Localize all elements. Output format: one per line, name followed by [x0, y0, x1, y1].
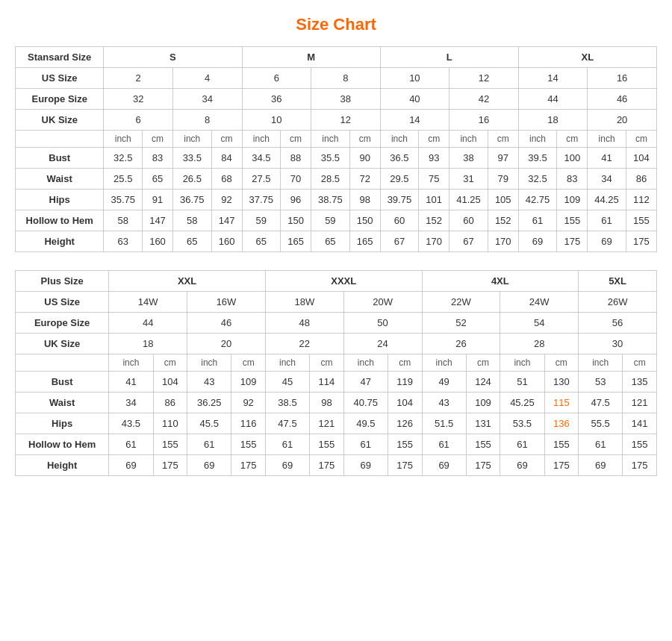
- std-eu-36: 36: [242, 89, 311, 110]
- std-waist-14: 34: [588, 169, 626, 190]
- std-sub-9: cm: [419, 131, 449, 148]
- std-hips-0: 35.75: [104, 190, 143, 210]
- std-header-s: S: [104, 47, 242, 68]
- std-hollow-10: 60: [449, 210, 488, 231]
- plus-hips-label: Hips: [16, 413, 109, 434]
- std-us-2: 2: [104, 68, 173, 89]
- plus-height-10: 69: [500, 455, 544, 476]
- std-uk-20: 20: [588, 110, 657, 131]
- plus-waist-6: 40.75: [343, 393, 388, 413]
- std-height-label: Height: [16, 231, 104, 252]
- plus-eu-52: 52: [422, 313, 500, 334]
- standard-size-table: Stansard Size S M L XL US Size 2 4 6 8 1…: [15, 46, 657, 252]
- std-us-size-row: US Size 2 4 6 8 10 12 14 16: [16, 68, 657, 89]
- plus-europe-row: Europe Size 44 46 48 50 52 54 56: [16, 313, 657, 334]
- std-height-6: 65: [311, 231, 350, 252]
- plus-sub-8: inch: [422, 354, 466, 372]
- plus-bust-0: 41: [109, 372, 153, 393]
- std-us-16: 16: [588, 68, 657, 89]
- plus-us-16w: 16W: [187, 292, 266, 313]
- std-uk-16: 16: [449, 110, 519, 131]
- std-us-label: US Size: [16, 68, 104, 89]
- plus-hollow-label: Hollow to Hem: [16, 434, 109, 455]
- std-hollow-12: 61: [518, 210, 557, 231]
- plus-waist-2: 36.25: [187, 393, 231, 413]
- std-waist-15: 86: [626, 169, 656, 190]
- plus-hollow-2: 61: [187, 434, 231, 455]
- plus-hips-7: 126: [388, 413, 422, 434]
- plus-height-2: 69: [187, 455, 231, 476]
- std-sub-14: inch: [588, 131, 626, 148]
- std-hips-row: Hips 35.75 91 36.75 92 37.75 96 38.75 98…: [16, 190, 657, 210]
- std-height-14: 69: [588, 231, 626, 252]
- std-sub-11: cm: [488, 131, 518, 148]
- std-waist-label: Waist: [16, 169, 104, 190]
- std-sub-1: cm: [143, 131, 173, 148]
- plus-sub-10: inch: [500, 354, 544, 372]
- page-title: Size Chart: [15, 15, 657, 34]
- plus-waist-13: 121: [623, 393, 657, 413]
- plus-eu-46: 46: [187, 313, 266, 334]
- std-hollow-1: 147: [143, 210, 173, 231]
- plus-hollow-row: Hollow to Hem 61 155 61 155 61 155 61 15…: [16, 434, 657, 455]
- std-header-m: M: [242, 47, 380, 68]
- plus-eu-54: 54: [500, 313, 579, 334]
- plus-bust-7: 119: [388, 372, 422, 393]
- std-sub-8: inch: [380, 131, 419, 148]
- std-height-3: 160: [211, 231, 242, 252]
- plus-header-xxxl: XXXL: [265, 271, 422, 292]
- plus-us-14w: 14W: [109, 292, 187, 313]
- std-hollow-4: 59: [242, 210, 281, 231]
- std-eu-42: 42: [449, 89, 519, 110]
- plus-uk-28: 28: [500, 334, 579, 354]
- std-bust-3: 84: [211, 148, 242, 169]
- std-bust-1: 83: [143, 148, 173, 169]
- std-waist-10: 31: [449, 169, 488, 190]
- plus-uk-20: 20: [187, 334, 266, 354]
- plus-hips-row: Hips 43.5 110 45.5 116 47.5 121 49.5 126…: [16, 413, 657, 434]
- plus-hollow-4: 61: [265, 434, 309, 455]
- std-hips-12: 42.75: [518, 190, 557, 210]
- plus-eu-44: 44: [109, 313, 187, 334]
- plus-waist-label: Waist: [16, 393, 109, 413]
- plus-uk-18: 18: [109, 334, 187, 354]
- plus-bust-13: 135: [623, 372, 657, 393]
- std-hollow-7: 150: [349, 210, 380, 231]
- std-sub-2: inch: [172, 131, 211, 148]
- plus-eu-50: 50: [343, 313, 422, 334]
- std-hollow-3: 147: [211, 210, 242, 231]
- plus-waist-4: 38.5: [265, 393, 309, 413]
- plus-waist-row: Waist 34 86 36.25 92 38.5 98 40.75 104 4…: [16, 393, 657, 413]
- std-height-11: 170: [488, 231, 518, 252]
- std-waist-2: 26.5: [172, 169, 211, 190]
- std-header-xl: XL: [518, 47, 656, 68]
- std-height-0: 63: [104, 231, 143, 252]
- std-bust-0: 32.5: [104, 148, 143, 169]
- plus-sub-9: cm: [466, 354, 500, 372]
- std-hips-6: 38.75: [311, 190, 350, 210]
- std-height-13: 175: [557, 231, 588, 252]
- plus-hollow-11: 155: [544, 434, 579, 455]
- plus-sub-13: cm: [623, 354, 657, 372]
- std-waist-13: 83: [557, 169, 588, 190]
- plus-sub-1: cm: [153, 354, 187, 372]
- std-hollow-13: 155: [557, 210, 588, 231]
- plus-bust-5: 114: [310, 372, 344, 393]
- plus-waist-10: 45.25: [500, 393, 544, 413]
- plus-us-20w: 20W: [343, 292, 422, 313]
- plus-eu-48: 48: [265, 313, 343, 334]
- plus-hips-12: 55.5: [579, 413, 623, 434]
- plus-waist-5: 98: [310, 393, 344, 413]
- plus-subheader-empty: [16, 354, 109, 372]
- std-eu-46: 46: [588, 89, 657, 110]
- plus-waist-11: 115: [544, 393, 579, 413]
- plus-bust-9: 124: [466, 372, 500, 393]
- std-uk-label: UK Size: [16, 110, 104, 131]
- plus-us-size-row: US Size 14W 16W 18W 20W 22W 24W 26W: [16, 292, 657, 313]
- plus-europe-label: Europe Size: [16, 313, 109, 334]
- plus-sub-0: inch: [109, 354, 153, 372]
- std-uk-row: UK Size 6 8 10 12 14 16 18 20: [16, 110, 657, 131]
- std-height-9: 170: [419, 231, 449, 252]
- plus-hips-4: 47.5: [265, 413, 309, 434]
- plus-hollow-0: 61: [109, 434, 153, 455]
